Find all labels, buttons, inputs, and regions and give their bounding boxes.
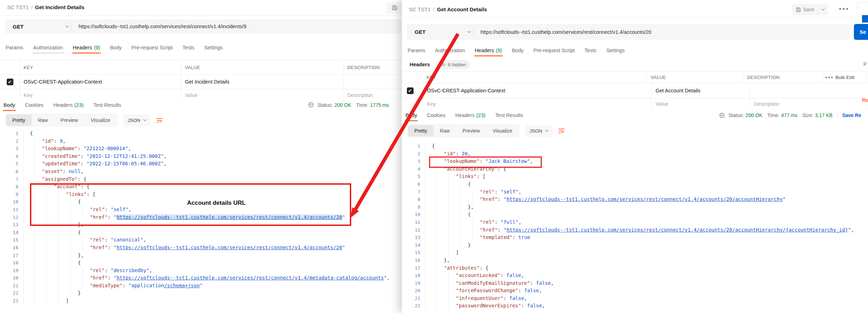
code-line: 17}, — [0, 252, 402, 259]
key-placeholder[interactable]: Key — [418, 101, 651, 107]
save-response-button[interactable]: Save Re — [842, 112, 861, 118]
tab-pre-request-script[interactable]: Pre-request Script — [533, 48, 575, 56]
tab-headers[interactable]: Headers(9) — [73, 45, 100, 54]
header-value[interactable]: Get Account Details — [651, 88, 749, 93]
view-mode-preview[interactable]: Preview — [54, 115, 85, 126]
breadcrumb-request[interactable]: Get Account Details — [437, 6, 487, 12]
network-globe-icon[interactable] — [719, 112, 725, 118]
chevron-down-icon — [467, 31, 471, 33]
presets-fragment[interactable]: P — [863, 61, 867, 67]
description-placeholder[interactable]: Description — [750, 101, 868, 107]
row-checkbox[interactable]: ✔ — [407, 87, 414, 94]
header-value[interactable]: Get Incident Details — [181, 79, 343, 85]
response-link[interactable]: https://softclouds--tst1.custhelp.com/se… — [117, 245, 342, 250]
code-line: 7"rel": "self", — [402, 188, 868, 196]
breadcrumb: SC TST1/Get Account Details — [409, 6, 487, 12]
tab-settings[interactable]: Settings — [606, 48, 625, 56]
view-mode-preview[interactable]: Preview — [456, 125, 486, 136]
language-select[interactable]: JSON — [525, 125, 553, 137]
url-input[interactable]: https://softclouds--tst1.custhelp.com/se… — [473, 29, 651, 35]
table-placeholder-row: Key Value Description — [0, 89, 402, 101]
chevron-down-icon[interactable] — [818, 8, 828, 11]
header-key[interactable]: OSvC-CREST-Application-Context — [20, 79, 181, 85]
bulk-edit-button[interactable]: Bulk Edit — [836, 75, 866, 80]
tab-body[interactable]: Body — [4, 102, 15, 111]
header-key[interactable]: OSvC-CREST-Application-Context — [418, 88, 651, 93]
tab-headers[interactable]: Headers(23) — [455, 112, 485, 121]
send-button[interactable]: Se — [854, 24, 868, 40]
code-line: 11"rel": "full", — [402, 219, 868, 226]
row-checkbox[interactable]: ✔ — [7, 79, 13, 85]
description-placeholder[interactable]: Description — [344, 92, 402, 98]
tab-settings[interactable]: Settings — [204, 45, 223, 54]
tab-cookies[interactable]: Cookies — [25, 102, 43, 111]
breadcrumb-collection[interactable]: SC TST1 — [409, 6, 430, 12]
line-number: 13 — [0, 221, 24, 229]
hidden-headers-toggle[interactable]: 8 hidden — [436, 60, 470, 69]
line-number: 7 — [402, 188, 426, 196]
chevron-down-icon — [65, 25, 69, 28]
response-link[interactable]: https://softclouds--tst1.custhelp.com/se… — [507, 196, 783, 202]
tab-body[interactable]: Body — [405, 112, 417, 121]
tab-params[interactable]: Params — [6, 45, 23, 54]
view-mode-pretty[interactable]: Pretty — [408, 125, 434, 136]
network-globe-icon[interactable] — [308, 102, 314, 108]
chevron-down-icon — [545, 130, 548, 132]
value-placeholder[interactable]: Value — [651, 101, 749, 107]
line-number: 10 — [402, 211, 426, 219]
wrap-text-icon[interactable] — [156, 117, 163, 123]
tab-body[interactable]: Body — [512, 48, 523, 56]
response-link[interactable]: https://softclouds--tst1.custhelp.com/se… — [117, 275, 384, 281]
tab-authorization[interactable]: Authorization — [435, 48, 465, 56]
tab-pre-request-script[interactable]: Pre-request Script — [131, 45, 173, 54]
tab-test-results[interactable]: Test Results — [495, 112, 523, 121]
save-label: Save — [801, 7, 818, 12]
save-button[interactable] — [386, 2, 402, 14]
method-select[interactable]: GET — [5, 24, 69, 30]
tab-headers[interactable]: Headers(23) — [53, 102, 83, 111]
tab-params[interactable]: Params — [408, 48, 425, 56]
eye-icon — [440, 63, 446, 66]
annotation-label: Account details URL — [187, 200, 246, 207]
line-number: 6 — [402, 180, 426, 188]
view-mode-visualize[interactable]: Visualize — [84, 115, 117, 126]
view-mode-group: PrettyRawPreviewVisualize — [5, 113, 118, 127]
key-placeholder[interactable]: Key — [20, 92, 181, 98]
code-line: 18"accountLocked": false, — [402, 272, 868, 280]
breadcrumb-request[interactable]: Get Incident Details — [35, 4, 85, 10]
tab-test-results[interactable]: Test Results — [93, 102, 121, 111]
column-value: VALUE — [646, 75, 743, 80]
save-button[interactable]: Save — [792, 4, 828, 15]
view-mode-visualize[interactable]: Visualize — [486, 125, 519, 136]
wrap-text-icon[interactable] — [558, 128, 565, 134]
value-placeholder[interactable]: Value — [181, 92, 343, 98]
tab-tests[interactable]: Tests — [182, 45, 194, 54]
time-value: 1775 ms — [370, 102, 389, 108]
tab-headers[interactable]: Headers(9) — [475, 48, 502, 56]
tab-body[interactable]: Body — [110, 45, 122, 54]
response-link[interactable]: /schema+json — [164, 283, 200, 288]
tab-tests[interactable]: Tests — [584, 48, 596, 56]
line-number: 20 — [402, 287, 426, 295]
tab-authorization[interactable]: Authorization — [33, 45, 63, 54]
headers-table: KEY VALUE DESCRIPTION ✔ OSvC-CREST-Appli… — [0, 60, 402, 101]
method-select[interactable]: GET — [407, 29, 471, 35]
url-input[interactable]: https://softclouds--tst1.custhelp.com/se… — [72, 24, 246, 29]
line-number: 1 — [0, 130, 24, 137]
more-actions-icon[interactable]: ●●● — [839, 6, 849, 11]
response-link[interactable]: https://softclouds--tst1.custhelp.com/se… — [507, 227, 848, 233]
language-select[interactable]: JSON — [123, 115, 151, 126]
breadcrumb-collection[interactable]: SC TST1 — [7, 4, 29, 10]
view-mode-raw[interactable]: Raw — [434, 125, 456, 136]
line-number: 16 — [402, 257, 426, 264]
code-line: 10{ — [402, 211, 868, 219]
line-number: 3 — [0, 145, 24, 153]
view-mode-pretty[interactable]: Pretty — [6, 115, 32, 126]
column-options-icon[interactable]: ●●● — [823, 75, 836, 79]
headers-table: KEY VALUE DESCRIPTION ●●● Bulk Edit P ✔ … — [402, 71, 868, 110]
tab-cookies[interactable]: Cookies — [427, 112, 445, 121]
line-number: 12 — [0, 214, 24, 221]
view-mode-raw[interactable]: Raw — [32, 115, 54, 126]
line-number: 23 — [0, 297, 24, 305]
presets-button-fragment[interactable]: P — [866, 75, 868, 80]
